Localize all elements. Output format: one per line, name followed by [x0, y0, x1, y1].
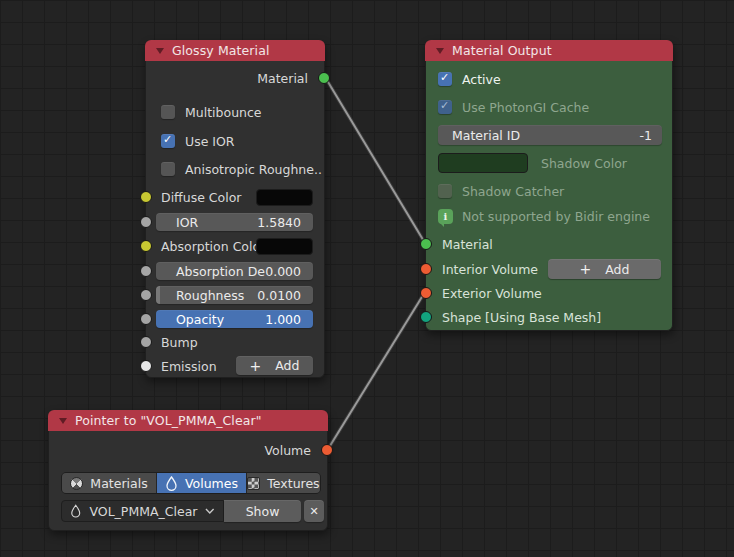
node-title: Pointer to "VOL_PMMA_Clear" — [75, 413, 262, 428]
material-output-node: Material Output Active Use PhotonGI Cach… — [425, 40, 673, 331]
shadow-catcher-checkbox[interactable] — [438, 184, 452, 198]
exterior-volume-row: Exterior Volume — [426, 284, 672, 302]
volume-pointer-node: Pointer to "VOL_PMMA_Clear" Volume Mater… — [48, 410, 328, 531]
photongi-checkbox[interactable] — [438, 100, 452, 114]
anisotropic-row: Anisotropic Roughne.. — [146, 160, 324, 178]
active-label: Active — [462, 72, 501, 87]
anisotropic-label: Anisotropic Roughne.. — [185, 162, 322, 177]
bidir-notice-row: i Not supported by Bidir engine — [426, 207, 672, 225]
absorption-depth-slider[interactable]: Absorption De 0.000 — [156, 262, 313, 280]
tab-textures-label: Textures — [267, 476, 319, 491]
photongi-label: Use PhotonGI Cache — [462, 100, 589, 115]
opacity-slider[interactable]: Opacity 1.000 — [156, 310, 313, 328]
volume-output-row: Volume — [49, 441, 327, 459]
texture-checker-icon — [247, 477, 260, 490]
show-button-label: Show — [246, 504, 280, 519]
glossy-material-node-header[interactable]: Glossy Material — [145, 40, 325, 61]
volume-datablock-name: VOL_PMMA_Clear — [89, 504, 197, 519]
bump-socket[interactable] — [140, 336, 152, 348]
ior-label: IOR — [176, 215, 198, 230]
interior-volume-socket[interactable] — [420, 263, 432, 275]
absorption-depth-socket[interactable] — [140, 265, 152, 277]
tab-materials[interactable]: Materials — [62, 473, 157, 493]
bump-label: Bump — [161, 335, 198, 350]
opacity-label: Opacity — [176, 312, 224, 327]
shape-input-socket[interactable] — [420, 311, 432, 323]
use-ior-checkbox[interactable] — [161, 134, 175, 148]
absorption-color-socket[interactable] — [140, 240, 152, 252]
unlink-button[interactable]: ✕ — [304, 500, 324, 522]
plus-icon: + — [250, 358, 262, 374]
plus-icon: + — [580, 261, 592, 277]
material-output-node-header[interactable]: Material Output — [425, 40, 673, 61]
shadow-color-row: Shadow Color — [426, 154, 672, 172]
tab-volumes-label: Volumes — [185, 476, 238, 491]
roughness-socket[interactable] — [140, 289, 152, 301]
interior-volume-label: Interior Volume — [442, 262, 538, 277]
roughness-value: 0.0100 — [257, 288, 301, 303]
shape-input-row: Shape [Using Base Mesh] — [426, 308, 672, 326]
emission-add-label: Add — [275, 358, 299, 373]
emission-socket[interactable] — [140, 360, 152, 372]
anisotropic-checkbox[interactable] — [161, 162, 175, 176]
active-checkbox[interactable] — [438, 72, 452, 86]
wire-material — [325, 77, 425, 243]
material-output-label: Material — [257, 71, 308, 86]
tab-materials-label: Materials — [90, 476, 147, 491]
volume-output-label: Volume — [265, 443, 312, 458]
node-title: Glossy Material — [172, 43, 269, 58]
datablock-type-tabs: Materials Volumes Textures — [61, 472, 321, 494]
material-id-label: Material ID — [452, 128, 520, 143]
material-input-socket[interactable] — [420, 238, 432, 250]
volume-droplet-icon — [165, 476, 178, 491]
multibounce-label: Multibounce — [185, 105, 262, 120]
material-input-row: Material — [426, 235, 672, 253]
ior-socket[interactable] — [140, 216, 152, 228]
tab-volumes[interactable]: Volumes — [157, 473, 247, 493]
collapse-arrow-icon[interactable] — [436, 48, 444, 54]
interior-volume-add-button[interactable]: + Add — [548, 259, 661, 279]
info-icon: i — [438, 209, 453, 224]
volume-droplet-icon — [70, 504, 81, 518]
bump-row: Bump — [146, 333, 324, 351]
collapse-arrow-icon[interactable] — [59, 418, 67, 424]
opacity-socket[interactable] — [140, 313, 152, 325]
emission-label: Emission — [161, 359, 217, 374]
photongi-row: Use PhotonGI Cache — [426, 98, 672, 116]
exterior-volume-label: Exterior Volume — [442, 286, 542, 301]
node-title: Material Output — [452, 43, 552, 58]
absorption-color-label: Absorption Color — [161, 239, 265, 254]
absorption-depth-label: Absorption De — [176, 264, 265, 279]
multibounce-row: Multibounce — [146, 103, 324, 121]
material-id-field[interactable]: Material ID -1 — [438, 125, 662, 145]
shape-input-label: Shape [Using Base Mesh] — [442, 310, 601, 325]
use-ior-label: Use IOR — [185, 134, 235, 149]
shadow-catcher-row: Shadow Catcher — [426, 182, 672, 200]
diffuse-color-swatch[interactable] — [256, 189, 313, 206]
multibounce-checkbox[interactable] — [161, 105, 175, 119]
material-input-label: Material — [442, 237, 493, 252]
close-icon: ✕ — [309, 505, 318, 518]
roughness-slider[interactable]: Roughness 0.0100 — [156, 286, 313, 304]
ior-value: 1.5840 — [257, 215, 301, 230]
exterior-volume-socket[interactable] — [420, 287, 432, 299]
opacity-value: 1.000 — [265, 312, 301, 327]
volume-pointer-node-header[interactable]: Pointer to "VOL_PMMA_Clear" — [48, 410, 328, 431]
bidir-notice-label: Not supported by Bidir engine — [462, 209, 650, 224]
emission-add-button[interactable]: + Add — [236, 356, 313, 375]
diffuse-color-socket[interactable] — [140, 191, 152, 203]
volume-datablock-dropdown[interactable]: VOL_PMMA_Clear — [61, 500, 224, 522]
interior-volume-add-label: Add — [605, 262, 629, 277]
glossy-material-node: Glossy Material Material Multibounce Use… — [145, 40, 325, 378]
shadow-catcher-label: Shadow Catcher — [462, 184, 564, 199]
absorption-color-swatch[interactable] — [256, 238, 313, 255]
show-button[interactable]: Show — [224, 500, 301, 522]
ior-slider[interactable]: IOR 1.5840 — [156, 213, 313, 231]
chevron-down-icon — [205, 508, 215, 514]
tab-textures[interactable]: Textures — [247, 473, 320, 493]
wire-volume — [328, 292, 425, 449]
diffuse-color-label: Diffuse Color — [161, 190, 241, 205]
material-output-socket[interactable] — [318, 72, 330, 84]
volume-output-socket[interactable] — [321, 444, 333, 456]
collapse-arrow-icon[interactable] — [156, 48, 164, 54]
